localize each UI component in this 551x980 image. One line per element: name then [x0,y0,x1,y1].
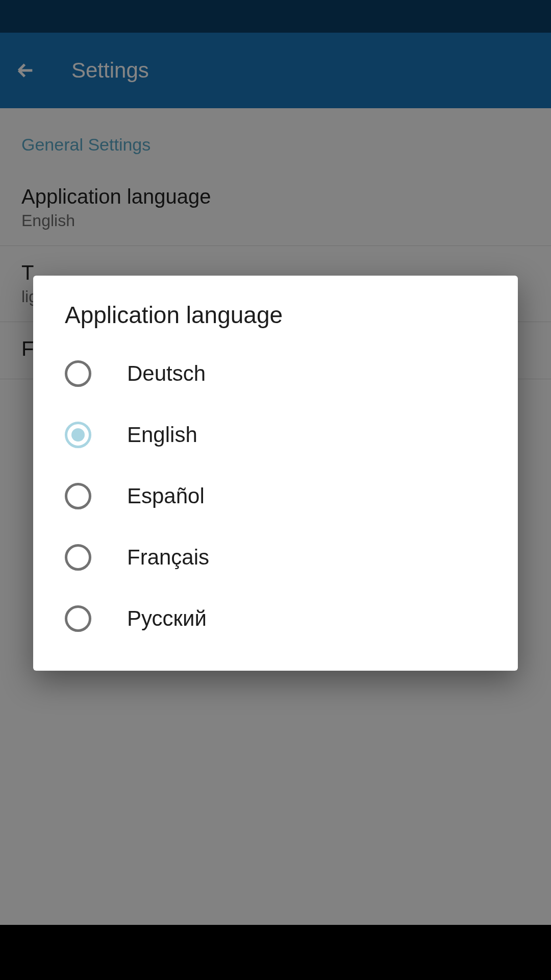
radio-icon [65,360,91,387]
radio-icon [65,544,91,571]
radio-label: Español [127,484,205,508]
radio-icon [65,605,91,632]
dialog-title: Application language [33,301,518,339]
radio-icon [65,422,91,448]
radio-icon [65,483,91,509]
radio-label: English [127,423,197,447]
radio-option-deutsch[interactable]: Deutsch [33,343,518,404]
radio-label: Français [127,545,209,570]
radio-label: Русский [127,606,207,631]
radio-option-english[interactable]: English [33,404,518,465]
radio-label: Deutsch [127,361,206,386]
radio-option-espanol[interactable]: Español [33,465,518,527]
radio-option-russian[interactable]: Русский [33,588,518,649]
navigation-bar [0,925,551,980]
dialog-options: Deutsch English Español Français Русский [33,339,518,649]
modal-overlay[interactable]: Application language Deutsch English Esp… [0,0,551,925]
radio-option-francais[interactable]: Français [33,527,518,588]
language-dialog: Application language Deutsch English Esp… [33,276,518,671]
